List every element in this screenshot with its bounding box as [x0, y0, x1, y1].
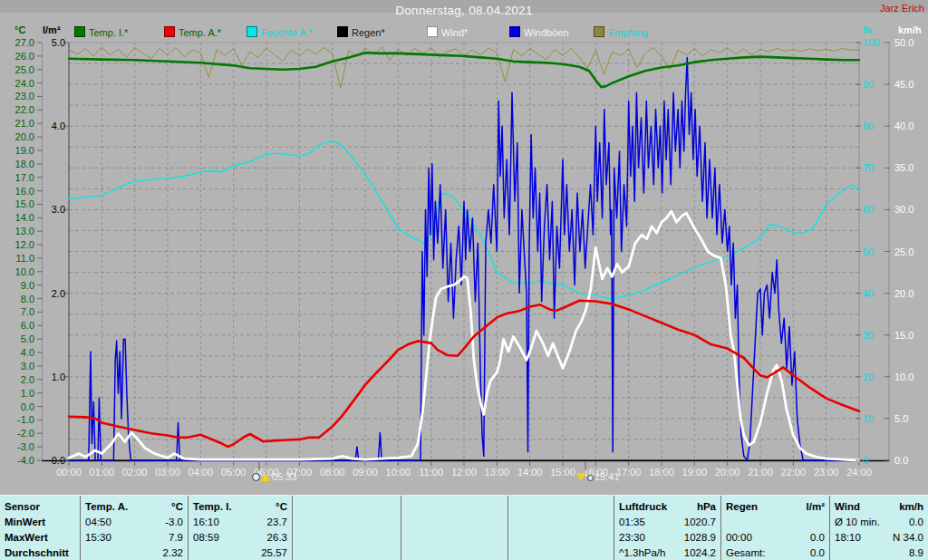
- table-row: [406, 516, 503, 531]
- table-cell: l/m²: [807, 500, 825, 516]
- humidity-tick-label: 70: [863, 163, 886, 173]
- time-label: 04:00: [182, 467, 218, 478]
- windspeed-tick-label: 5.0: [894, 414, 925, 424]
- stats-column: [401, 496, 508, 560]
- temp-tick-label: 1.0: [2, 389, 34, 399]
- table-row: Durchschnitt: [5, 546, 75, 560]
- sunrise-time: 05:33: [272, 471, 297, 482]
- legend-label: Windböen: [524, 27, 569, 38]
- legend-swatch-icon: [337, 26, 348, 37]
- humidity-tick-label: 20: [863, 372, 886, 382]
- rain-tick-label: 2.0: [40, 289, 65, 299]
- stats-column: [508, 496, 614, 560]
- table-row: [726, 516, 825, 531]
- sunset-time: 15:41: [594, 471, 620, 482]
- table-cell: hPa: [697, 500, 716, 516]
- rain-tick-label: 5.0: [40, 38, 65, 48]
- time-label: 22:00: [775, 467, 811, 478]
- table-row: 2.32: [85, 546, 183, 560]
- time-label: 19:00: [676, 467, 712, 478]
- legend-swatch-icon: [427, 26, 438, 37]
- stats-column: Temp. A.°C04:50-3.015:307.92.32: [80, 496, 188, 560]
- windspeed-tick-label: 25.0: [894, 247, 925, 257]
- table-cell: 2.32: [163, 546, 183, 560]
- table-cell: km/h: [899, 500, 923, 516]
- table-cell: Temp. A.: [85, 500, 128, 516]
- sunset-marker-tick: [585, 461, 586, 470]
- time-label: 00:00: [51, 467, 87, 478]
- table-row: [297, 500, 396, 516]
- table-row: Ø 10 min.0.0: [835, 516, 923, 531]
- temp-tick-label: 13.0: [2, 227, 34, 237]
- table-cell: °C: [276, 500, 287, 516]
- table-cell: -3.0: [165, 516, 183, 531]
- legend-swatch-icon: [594, 26, 604, 37]
- time-label: 21:00: [742, 467, 778, 478]
- time-label: 18:00: [643, 467, 680, 478]
- series-wind: [69, 211, 859, 460]
- temp-tick-label: 11.0: [2, 254, 34, 264]
- time-label: 13:00: [478, 467, 515, 478]
- table-cell: 1020.7: [684, 516, 716, 531]
- table-cell: 1028.9: [684, 531, 716, 546]
- table-cell: MaxWert: [5, 531, 48, 546]
- humidity-tick-label: 80: [863, 121, 886, 131]
- table-cell: 00:00: [726, 531, 752, 546]
- humidity-tick-label: 40: [863, 289, 886, 299]
- table-cell: 0.0: [810, 546, 825, 560]
- table-cell: MinWert: [5, 516, 45, 531]
- time-label: 24:00: [841, 467, 877, 478]
- table-row: [513, 531, 609, 546]
- temp-tick-label: 9.0: [2, 281, 34, 291]
- legend-swatch-icon: [74, 26, 85, 37]
- table-row: [513, 500, 609, 516]
- table-row: [513, 546, 609, 560]
- time-label: 02:00: [117, 467, 153, 478]
- table-cell: °C: [171, 500, 183, 516]
- temp-tick-label: 19.0: [2, 146, 34, 156]
- table-row: Gesamt:0.0: [726, 546, 825, 560]
- table-row: 15:307.9: [85, 531, 183, 546]
- temp-tick-label: 12.0: [2, 240, 34, 250]
- temp-tick-label: 0.0: [2, 402, 34, 412]
- time-label: 20:00: [710, 467, 746, 478]
- stats-column: Windkm/hØ 10 min.0.018:10N 34.08.9: [829, 496, 928, 560]
- temp-tick-label: 5.0: [2, 334, 34, 344]
- rain-tick-label: 0.0: [40, 456, 65, 466]
- stats-table: SensorMinWertMaxWertDurchschnittTemp. A.…: [0, 495, 928, 560]
- windspeed-tick-label: 20.0: [894, 289, 925, 299]
- table-row: Temp. I.°C: [193, 500, 287, 516]
- humidity-tick-label: 90: [863, 80, 886, 90]
- temp-tick-label: 22.0: [2, 105, 34, 115]
- table-row: [406, 500, 503, 516]
- table-cell: N 34.0: [893, 531, 923, 546]
- legend-item-empfang: Empfang: [594, 26, 648, 37]
- table-cell: 08:59: [193, 531, 219, 546]
- table-row: 01:351020.7: [619, 516, 716, 531]
- table-cell: 15:30: [85, 531, 111, 546]
- time-label: 10:00: [380, 467, 416, 478]
- table-row: LuftdruckhPa: [619, 500, 716, 516]
- legend-item-temp-a-: Temp. A.*: [164, 26, 221, 37]
- table-row: [406, 546, 503, 560]
- temp-tick-label: 14.0: [2, 213, 34, 223]
- temp-tick-label: 21.0: [2, 119, 34, 129]
- time-label: 15:00: [545, 467, 581, 478]
- legend-item-temp-i-: Temp. I.*: [74, 26, 128, 37]
- legend-item-feuchte-a-: Feuchte A.*: [246, 26, 313, 37]
- temp-tick-label: 23.0: [2, 92, 34, 101]
- temp-tick-label: 18.0: [2, 159, 34, 169]
- legend-swatch-icon: [164, 26, 175, 37]
- legend-swatch-icon: [246, 26, 257, 37]
- temp-tick-label: 8.0: [2, 294, 34, 304]
- windspeed-tick-label: 50.0: [894, 38, 925, 48]
- time-label: 11:00: [413, 467, 450, 478]
- stats-column: [292, 496, 401, 560]
- time-label: 14:00: [512, 467, 548, 478]
- sunset-icon: [576, 471, 594, 482]
- temp-tick-label: 3.0: [2, 362, 34, 372]
- legend-item-windb-en: Windböen: [509, 26, 569, 37]
- temp-tick-label: 2.0: [2, 375, 34, 385]
- table-cell: Durchschnitt: [5, 546, 69, 560]
- stats-column: LuftdruckhPa01:351020.723:301028.9^1.3hP…: [614, 496, 720, 560]
